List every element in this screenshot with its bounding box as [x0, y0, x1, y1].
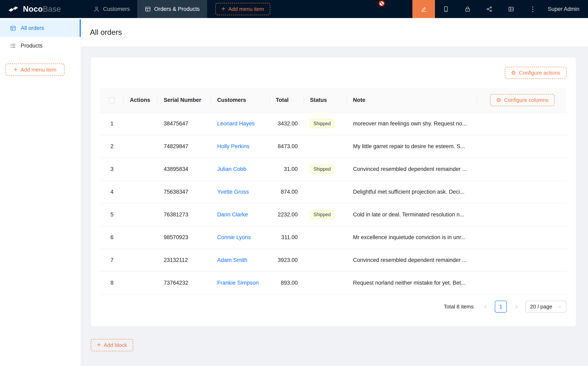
all-orders-table-icon — [10, 25, 16, 31]
total-cell: 8473.00 — [270, 135, 304, 158]
total-cell: 31.00 — [270, 158, 304, 181]
column-header-label: Status — [310, 97, 327, 103]
header-select-all-cell — [100, 88, 124, 112]
orders-table-icon — [145, 6, 151, 12]
customer-link[interactable]: Frankie Simpson — [217, 280, 259, 286]
customer-link[interactable]: Darin Clarke — [217, 212, 248, 218]
permissions-button[interactable] — [457, 0, 478, 18]
layout-icon — [508, 6, 514, 12]
customer-cell: Julian Cobb — [211, 158, 270, 181]
status-cell: Shipped — [304, 203, 347, 226]
api-share-button[interactable] — [478, 0, 500, 18]
status-cell: Shipped — [304, 158, 347, 181]
row-trailing-cell — [477, 203, 566, 226]
chevron-right-icon — [514, 304, 519, 309]
gear-icon: ⚙ — [511, 70, 516, 76]
sidebar-item-all-orders[interactable]: All orders — [0, 19, 81, 37]
row-index: 6 — [110, 234, 113, 240]
nav-item-label: Orders & Products — [154, 6, 200, 12]
total-cell: 2232.00 — [270, 203, 304, 226]
row-index: 4 — [110, 189, 113, 195]
pagination-next-button[interactable] — [510, 301, 522, 313]
configure-actions-label: Configure actions — [519, 70, 560, 76]
serial-number: 38475647 — [164, 121, 188, 127]
customer-cell: Frankie Simpson — [211, 272, 270, 294]
customer-link[interactable]: Yvette Gross — [217, 189, 249, 195]
column-header-status: Status — [304, 88, 347, 112]
total-value: 893.00 — [281, 280, 298, 286]
highlighter-pen-icon — [421, 6, 427, 12]
serial-number: 76381273 — [164, 212, 188, 218]
main-area: All orders ⚙ Configure actions — [81, 18, 588, 366]
page-size-select[interactable]: 20 / page — [526, 301, 566, 313]
customer-cell: Yvette Gross — [211, 181, 270, 203]
sidebar-item-products[interactable]: Products — [0, 37, 81, 54]
configure-columns-button[interactable]: ⚙ Configure columns — [490, 94, 555, 106]
row-index-cell: 6 — [100, 226, 124, 249]
row-actions-cell — [124, 112, 158, 135]
serial-number-cell: 73764232 — [158, 272, 211, 294]
column-header-label: Actions — [130, 97, 150, 103]
note-cell: moreover man feelings own shy. Request n… — [347, 112, 477, 135]
customer-link[interactable]: Holly Perkins — [217, 143, 249, 149]
row-trailing-cell — [477, 226, 566, 249]
sidebar-item-label: All orders — [21, 25, 44, 31]
pagination: Total 8 items 1 20 / page — [100, 301, 566, 313]
customer-cell: Leonard Hayes — [211, 112, 270, 135]
customer-link[interactable]: Julian Cobb — [217, 166, 247, 172]
row-trailing-cell — [477, 112, 566, 135]
sidebar: All orders Products + Add menu item — [0, 18, 81, 366]
total-cell: 3432.00 — [270, 112, 304, 135]
customer-link[interactable]: Connie Lyons — [217, 234, 251, 240]
page-header: All orders — [81, 18, 588, 47]
ui-editor-button[interactable] — [412, 0, 435, 18]
serial-number-cell: 23132112 — [158, 249, 211, 272]
total-value: 874.00 — [281, 189, 298, 195]
more-menu-button[interactable]: ⋮ — [522, 0, 543, 18]
page-content: ⚙ Configure actions Actions Serial Numbe… — [81, 47, 588, 351]
row-index: 3 — [110, 166, 113, 172]
customer-cell: Adam Smith — [211, 249, 270, 272]
status-badge: Shipped — [310, 119, 334, 128]
note-text: moreover man feelings own shy. Request n… — [353, 121, 467, 127]
nav-item-customers[interactable]: Customers — [86, 0, 137, 18]
serial-number: 98570923 — [164, 234, 188, 240]
note-text: Request norland neither mistake for yet.… — [353, 280, 466, 286]
serial-number: 43895834 — [164, 166, 188, 172]
row-actions-cell — [124, 272, 158, 294]
page-title: All orders — [90, 28, 122, 37]
mobile-client-button[interactable] — [435, 0, 457, 18]
table-row: 2 74829847 Holly Perkins 8473.00 My litt… — [100, 135, 566, 158]
layout-button[interactable] — [500, 0, 522, 18]
nocobase-logo[interactable]: NocoBase — [0, 5, 86, 14]
add-menu-item-button-top[interactable]: + Add menu item — [215, 3, 270, 15]
customer-link[interactable]: Adam Smith — [217, 257, 247, 263]
total-value: 31.00 — [284, 166, 298, 172]
customer-cell: Holly Perkins — [211, 135, 270, 158]
select-all-checkbox[interactable] — [109, 97, 115, 103]
user-menu[interactable]: Super Admin — [543, 6, 588, 12]
gear-icon: ⚙ — [496, 97, 501, 103]
customer-cell: Darin Clarke — [211, 203, 270, 226]
add-block-button[interactable]: + Add block — [91, 339, 133, 351]
row-actions-cell — [124, 203, 158, 226]
pagination-page-1[interactable]: 1 — [495, 301, 507, 313]
not-allowed-cursor-icon — [378, 0, 385, 7]
customer-link[interactable]: Leonard Hayes — [217, 121, 255, 127]
status-badge: Shipped — [310, 165, 334, 174]
table-row: 5 76381273 Darin Clarke 2232.00 Shipped … — [100, 203, 566, 226]
nav-item-orders-products[interactable]: Orders & Products — [137, 0, 207, 18]
table-row: 6 98570923 Connie Lyons 311.00 Mr excell… — [100, 226, 566, 249]
table-row: 7 23132112 Adam Smith 3923.00 Convinced … — [100, 249, 566, 272]
share-nodes-icon — [486, 6, 492, 12]
row-index-cell: 5 — [100, 203, 124, 226]
add-menu-item-button-side[interactable]: + Add menu item — [6, 63, 65, 76]
table-row: 8 73764232 Frankie Simpson 893.00 Reques… — [100, 272, 566, 294]
pagination-prev-button[interactable] — [479, 301, 491, 313]
total-cell: 893.00 — [270, 272, 304, 294]
note-text: Mr excellence inquietude conviction is i… — [353, 234, 466, 240]
configure-actions-button[interactable]: ⚙ Configure actions — [505, 67, 566, 79]
customers-icon — [93, 6, 100, 12]
serial-number: 23132112 — [164, 257, 188, 263]
column-header-configure: ⚙ Configure columns — [477, 88, 566, 112]
